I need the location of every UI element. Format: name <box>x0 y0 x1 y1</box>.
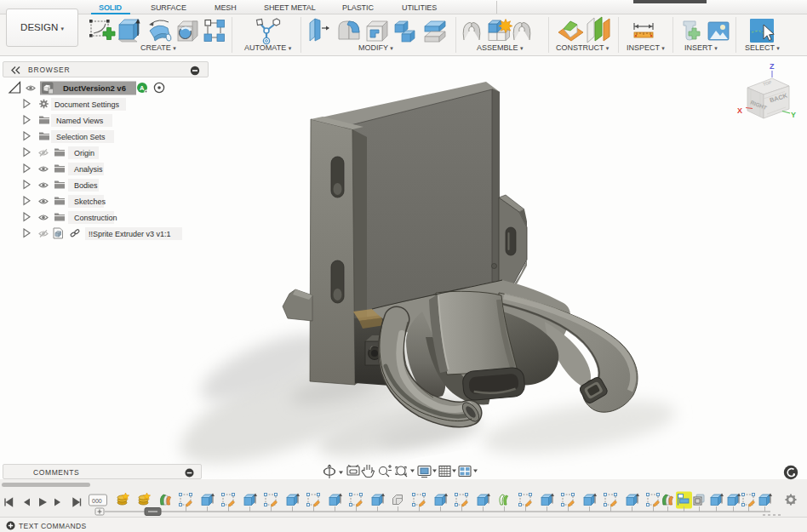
svg-text:Named Views: Named Views <box>56 117 104 125</box>
svg-text:Origin: Origin <box>74 149 94 157</box>
svg-text:Bodies: Bodies <box>74 181 98 190</box>
svg-text:DuctVersion2 v6: DuctVersion2 v6 <box>63 83 126 93</box>
svg-text:!!Sprite Extruder v3 v1:1: !!Sprite Extruder v3 v1:1 <box>89 230 171 238</box>
svg-text:Construction: Construction <box>74 214 117 222</box>
svg-text:Sketches: Sketches <box>74 197 106 206</box>
svg-text:Analysis: Analysis <box>74 165 103 174</box>
svg-text:Z: Z <box>770 62 775 71</box>
svg-text:X: X <box>737 106 742 115</box>
svg-text:A: A <box>140 84 145 92</box>
svg-text:000: 000 <box>92 498 102 504</box>
svg-text:Selection Sets: Selection Sets <box>56 133 106 141</box>
svg-text:Document Settings: Document Settings <box>54 100 120 109</box>
svg-text:Y: Y <box>791 111 796 119</box>
